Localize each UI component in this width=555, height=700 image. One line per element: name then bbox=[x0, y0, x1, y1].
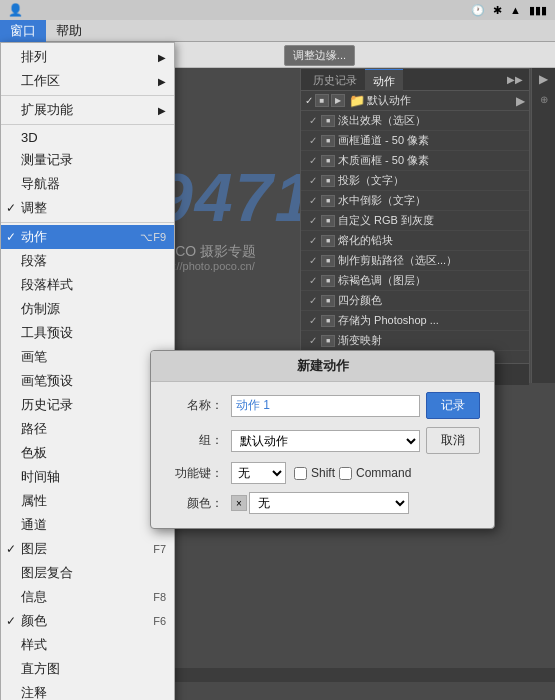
system-bar: 👤 🕐 ✱ ▲ ▮▮▮ bbox=[0, 0, 555, 20]
action-item-3[interactable]: ✓ ■ 投影（文字） bbox=[301, 171, 529, 191]
check-11: ✓ bbox=[309, 335, 321, 346]
action-item-4[interactable]: ✓ ■ 水中倒影（文字） bbox=[301, 191, 529, 211]
menu-section-4: ✓ 动作 ⌥F9 段落 段落样式 仿制源 工具预设 画笔 F5 画笔预设 bbox=[1, 223, 174, 700]
menu-item-tool-preset[interactable]: 工具预设 bbox=[1, 321, 174, 345]
menu-item-adjust[interactable]: ✓ 调整 bbox=[1, 196, 174, 220]
dialog-shortcut-select[interactable]: 无 bbox=[231, 462, 286, 484]
menu-item-channels[interactable]: 通道 bbox=[1, 513, 174, 537]
action-item-11[interactable]: ✓ ■ 渐变映射 bbox=[301, 331, 529, 351]
menu-item-timeline[interactable]: 时间轴 bbox=[1, 465, 174, 489]
action-item-10[interactable]: ✓ ■ 存储为 Photoshop ... bbox=[301, 311, 529, 331]
label-brush-preset: 画笔预设 bbox=[21, 372, 73, 390]
action-item-7[interactable]: ✓ ■ 制作剪贴路径（选区...） bbox=[301, 251, 529, 271]
check-5: ✓ bbox=[309, 215, 321, 226]
menu-item-layer-comp[interactable]: 图层复合 bbox=[1, 561, 174, 585]
bluetooth-icon: ✱ bbox=[493, 4, 502, 17]
expand-icon[interactable]: ▶ bbox=[516, 94, 525, 108]
dialog-cancel-btn[interactable]: 取消 bbox=[426, 427, 480, 454]
action-item-1[interactable]: ✓ ■ 画框通道 - 50 像素 bbox=[301, 131, 529, 151]
label-layers: 图层 bbox=[21, 540, 47, 558]
right-sidebar: ▶ ⊕ bbox=[531, 68, 555, 383]
sys-left: 👤 bbox=[8, 3, 23, 17]
label-properties: 属性 bbox=[21, 492, 47, 510]
menu-help[interactable]: 帮助 bbox=[46, 20, 92, 42]
check-9: ✓ bbox=[309, 295, 321, 306]
menu-item-swatches[interactable]: 色板 bbox=[1, 441, 174, 465]
sidebar-icon-1[interactable]: ▶ bbox=[539, 72, 548, 86]
act-icon-7: ■ bbox=[321, 255, 335, 267]
check-color: ✓ bbox=[6, 614, 16, 628]
menu-item-layers[interactable]: ✓ 图层 F7 bbox=[1, 537, 174, 561]
act-icon-3: ■ bbox=[321, 175, 335, 187]
check-icon: ✓ bbox=[305, 95, 313, 106]
wifi-icon: ▲ bbox=[510, 4, 521, 16]
act-icon-10: ■ bbox=[321, 315, 335, 327]
action-label-9: 四分颜色 bbox=[338, 293, 382, 308]
dialog-group-row: 组： 默认动作 取消 bbox=[165, 427, 480, 454]
label-clone-source: 仿制源 bbox=[21, 300, 60, 318]
menu-item-info[interactable]: 信息 F8 bbox=[1, 585, 174, 609]
label-paragraph-style: 段落样式 bbox=[21, 276, 73, 294]
act-icon-6: ■ bbox=[321, 235, 335, 247]
command-label: Command bbox=[356, 466, 411, 480]
menu-item-paragraph[interactable]: 段落 bbox=[1, 249, 174, 273]
action-item-9[interactable]: ✓ ■ 四分颜色 bbox=[301, 291, 529, 311]
menu-item-workspace[interactable]: 工作区 ▶ bbox=[1, 69, 174, 93]
menu-item-color[interactable]: ✓ 颜色 F6 bbox=[1, 609, 174, 633]
menu-item-brush[interactable]: 画笔 F5 bbox=[1, 345, 174, 369]
tab-history[interactable]: 历史记录 bbox=[305, 69, 365, 91]
sidebar-icon-2[interactable]: ⊕ bbox=[540, 94, 548, 105]
menu-item-arrange[interactable]: 排列 ▶ bbox=[1, 45, 174, 69]
action-label-11: 渐变映射 bbox=[338, 333, 382, 348]
action-label-5: 自定义 RGB 到灰度 bbox=[338, 213, 434, 228]
menu-item-notes[interactable]: 注释 bbox=[1, 681, 174, 700]
action-item-8[interactable]: ✓ ■ 棕褐色调（图层） bbox=[301, 271, 529, 291]
menu-item-measure[interactable]: 测量记录 bbox=[1, 148, 174, 172]
act-icon-9: ■ bbox=[321, 295, 335, 307]
menu-window[interactable]: 窗口 bbox=[0, 20, 46, 42]
label-actions: 动作 bbox=[21, 228, 47, 246]
menu-item-history[interactable]: 历史记录 bbox=[1, 393, 174, 417]
menu-item-styles[interactable]: 样式 bbox=[1, 633, 174, 657]
dialog-group-select[interactable]: 默认动作 bbox=[231, 430, 420, 452]
folder-icon: 📁 bbox=[349, 93, 365, 108]
menu-item-brush-preset[interactable]: 画笔预设 bbox=[1, 369, 174, 393]
label-histogram: 直方图 bbox=[21, 660, 60, 678]
act-icon-1: ■ bbox=[321, 135, 335, 147]
dialog-record-btn[interactable]: 记录 bbox=[426, 392, 480, 419]
menu-item-clone-source[interactable]: 仿制源 bbox=[1, 297, 174, 321]
menu-item-histogram[interactable]: 直方图 bbox=[1, 657, 174, 681]
menu-item-3d[interactable]: 3D bbox=[1, 127, 174, 148]
act-icon-4: ■ bbox=[321, 195, 335, 207]
dialog-name-input[interactable] bbox=[231, 395, 420, 417]
arrange-label: 排列 bbox=[21, 48, 47, 66]
tab-actions[interactable]: 动作 bbox=[365, 69, 403, 91]
panel-menu-btn[interactable]: ▶▶ bbox=[507, 74, 529, 85]
dialog-modifiers: Shift Command bbox=[294, 466, 411, 480]
menu-item-properties[interactable]: 属性 bbox=[1, 489, 174, 513]
new-action-dialog: 新建动作 名称： 记录 组： 默认动作 取消 bbox=[150, 350, 495, 529]
action-item-6[interactable]: ✓ ■ 熔化的铅块 bbox=[301, 231, 529, 251]
command-checkbox[interactable] bbox=[339, 467, 352, 480]
action-item-2[interactable]: ✓ ■ 木质画框 - 50 像素 bbox=[301, 151, 529, 171]
check-1: ✓ bbox=[309, 135, 321, 146]
shift-checkbox[interactable] bbox=[294, 467, 307, 480]
label-timeline: 时间轴 bbox=[21, 468, 60, 486]
action-label-2: 木质画框 - 50 像素 bbox=[338, 153, 429, 168]
menu-item-path[interactable]: 路径 bbox=[1, 417, 174, 441]
menu-item-paragraph-style[interactable]: 段落样式 bbox=[1, 273, 174, 297]
adjust-edge-btn[interactable]: 调整边缘... bbox=[284, 45, 355, 66]
action-label-7: 制作剪贴路径（选区...） bbox=[338, 253, 457, 268]
label-brush: 画笔 bbox=[21, 348, 47, 366]
menu-item-navigator[interactable]: 导航器 bbox=[1, 172, 174, 196]
dialog-group-field-group: 默认动作 取消 bbox=[231, 427, 480, 454]
menu-item-actions[interactable]: ✓ 动作 ⌥F9 bbox=[1, 225, 174, 249]
panel-tabs: 历史记录 动作 ▶▶ bbox=[301, 69, 529, 91]
app-area: 窗口 帮助 hop CC 调整边缘... 947195 POCO 摄影专题 ht… bbox=[0, 20, 555, 700]
action-item-0[interactable]: ✓ ■ 淡出效果（选区） bbox=[301, 111, 529, 131]
action-item-5[interactable]: ✓ ■ 自定义 RGB 到灰度 bbox=[301, 211, 529, 231]
dialog-color-select[interactable]: 无 bbox=[249, 492, 409, 514]
dialog-color-field: × 无 bbox=[231, 492, 409, 514]
color-x-badge: × bbox=[231, 495, 247, 511]
menu-item-extensions[interactable]: 扩展功能 ▶ bbox=[1, 98, 174, 122]
